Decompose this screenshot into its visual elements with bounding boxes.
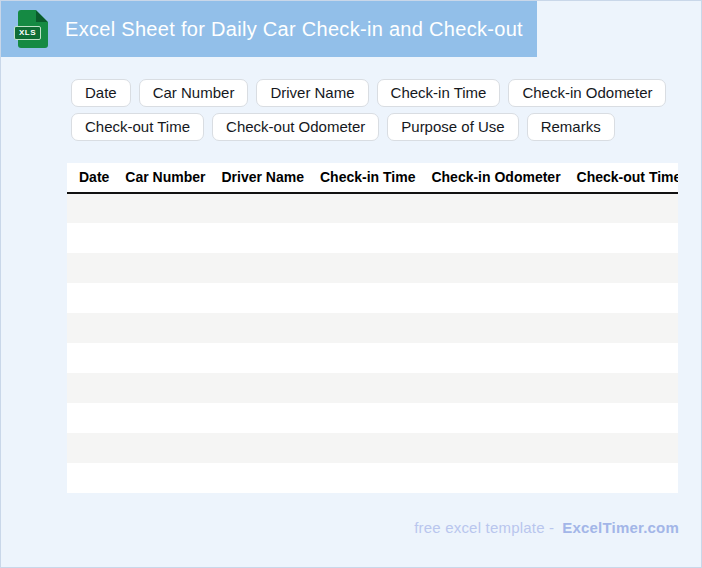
table-row	[67, 313, 678, 343]
empty-cell	[67, 253, 678, 283]
table-row	[67, 223, 678, 253]
sheet-table-body	[67, 193, 678, 493]
empty-cell	[67, 223, 678, 253]
field-chip-check-in-odometer[interactable]: Check-in Odometer	[508, 79, 666, 107]
empty-cell	[67, 403, 678, 433]
empty-cell	[67, 463, 678, 493]
header-banner: XLS Excel Sheet for Daily Car Check-in a…	[1, 1, 537, 57]
field-chip-driver-name[interactable]: Driver Name	[256, 79, 368, 107]
sheet-table: DateCar NumberDriver NameCheck-in TimeCh…	[67, 163, 678, 493]
table-row	[67, 433, 678, 463]
table-row	[67, 403, 678, 433]
table-row	[67, 373, 678, 403]
column-header-driver-name: Driver Name	[214, 163, 313, 193]
table-row	[67, 343, 678, 373]
sheet-table-head: DateCar NumberDriver NameCheck-in TimeCh…	[67, 163, 678, 193]
table-row	[67, 193, 678, 223]
table-row	[67, 463, 678, 493]
column-header-check-in-time: Check-in Time	[312, 163, 423, 193]
empty-cell	[67, 193, 678, 223]
empty-cell	[67, 283, 678, 313]
footer-credit-text: free excel template -	[414, 519, 554, 536]
chip-row-1: DateCar NumberDriver NameCheck-in TimeCh…	[71, 79, 666, 107]
field-chip-check-in-time[interactable]: Check-in Time	[377, 79, 501, 107]
field-chip-check-out-odometer[interactable]: Check-out Odometer	[212, 113, 379, 141]
column-header-check-out-time: Check-out Time	[569, 163, 678, 193]
field-chip-purpose-of-use[interactable]: Purpose of Use	[387, 113, 518, 141]
field-chip-date[interactable]: Date	[71, 79, 131, 107]
chip-row-2: Check-out TimeCheck-out OdometerPurpose …	[71, 113, 666, 141]
empty-cell	[67, 373, 678, 403]
footer-credit: free excel template -ExcelTimer.com	[414, 519, 679, 536]
empty-cell	[67, 433, 678, 463]
field-chip-remarks[interactable]: Remarks	[527, 113, 615, 141]
column-header-check-in-odometer: Check-in Odometer	[423, 163, 568, 193]
page-title: Excel Sheet for Daily Car Check-in and C…	[65, 18, 523, 41]
xls-badge: XLS	[14, 26, 41, 40]
column-header-date: Date	[67, 163, 117, 193]
field-chip-check-out-time[interactable]: Check-out Time	[71, 113, 204, 141]
field-chip-car-number[interactable]: Car Number	[139, 79, 249, 107]
table-row	[67, 283, 678, 313]
sheet-header-row: DateCar NumberDriver NameCheck-in TimeCh…	[67, 163, 678, 193]
footer-brand-link[interactable]: ExcelTimer.com	[562, 519, 679, 536]
xls-corner-cut	[36, 10, 48, 22]
column-header-car-number: Car Number	[117, 163, 213, 193]
empty-cell	[67, 313, 678, 343]
table-row	[67, 253, 678, 283]
page: XLS Excel Sheet for Daily Car Check-in a…	[0, 0, 702, 568]
xls-file-icon: XLS	[18, 10, 48, 48]
sheet-preview: DateCar NumberDriver NameCheck-in TimeCh…	[67, 163, 678, 493]
empty-cell	[67, 343, 678, 373]
field-chip-list: DateCar NumberDriver NameCheck-in TimeCh…	[71, 79, 666, 141]
